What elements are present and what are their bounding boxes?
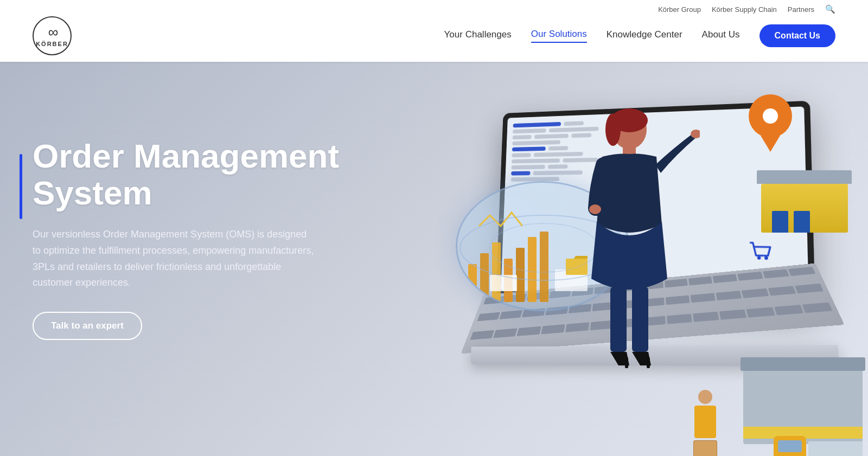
- svg-point-0: [757, 256, 761, 260]
- svg-rect-9: [490, 275, 517, 291]
- svg-point-19: [589, 204, 601, 214]
- pin-tip: [761, 136, 780, 152]
- hero-content: Order Management System Our versionless …: [33, 138, 347, 340]
- svg-point-16: [605, 113, 621, 146]
- svg-rect-23: [647, 357, 650, 368]
- header-top: Körber Group Körber Supply Chain Partner…: [0, 0, 868, 16]
- hero-section: Order Management System Our versionless …: [0, 62, 868, 456]
- truck-body: [808, 441, 863, 456]
- svg-rect-20: [610, 287, 627, 352]
- hero-accent-bar: [20, 154, 22, 219]
- worker-body: [694, 406, 716, 438]
- building-roof: [741, 357, 865, 371]
- location-pin-icon: [749, 94, 792, 149]
- person-illustration: [559, 105, 700, 431]
- svg-rect-4: [492, 242, 501, 302]
- partners-link[interactable]: Partners: [788, 5, 814, 14]
- bottom-building: [743, 368, 863, 444]
- cart-icon: [741, 231, 783, 272]
- svg-rect-6: [516, 248, 525, 302]
- truck-cabin: [774, 436, 806, 456]
- svg-rect-8: [540, 232, 548, 302]
- korber-group-link[interactable]: Körber Group: [658, 5, 701, 14]
- truck-illustration: [774, 436, 863, 456]
- logo-circle: ∞ KÖRBER: [33, 16, 72, 55]
- search-icon[interactable]: 🔍: [825, 4, 835, 14]
- warehouse-illustration: [761, 170, 852, 233]
- worker-illustration: [686, 390, 724, 456]
- svg-rect-22: [625, 357, 628, 368]
- worker-head: [698, 390, 712, 404]
- svg-rect-21: [632, 287, 648, 352]
- contact-us-button[interactable]: Contact Us: [760, 24, 835, 47]
- korber-supply-chain-link[interactable]: Körber Supply Chain: [712, 5, 777, 14]
- pin-hole: [763, 108, 778, 124]
- header-main: ∞ KÖRBER Your Challenges Our Solutions K…: [0, 16, 868, 62]
- warehouse-roof: [757, 170, 852, 184]
- svg-rect-2: [468, 264, 477, 302]
- logo-brand-name: KÖRBER: [36, 41, 68, 47]
- nav-your-challenges[interactable]: Your Challenges: [444, 29, 512, 42]
- svg-rect-3: [480, 253, 489, 302]
- warehouse-box: [761, 184, 848, 233]
- talk-to-expert-button[interactable]: Talk to an expert: [33, 312, 142, 340]
- nav-about-us[interactable]: About Us: [702, 29, 740, 42]
- truck-window: [778, 440, 802, 452]
- svg-rect-7: [528, 237, 537, 302]
- nav-our-solutions[interactable]: Our Solutions: [531, 29, 587, 43]
- hero-description: Our versionless Order Management System …: [33, 227, 315, 291]
- logo-infinity-symbol: ∞: [48, 24, 56, 40]
- nav-knowledge-center[interactable]: Knowledge Center: [607, 29, 682, 42]
- worker-box: [693, 440, 717, 456]
- hero-title: Order Management System: [33, 138, 347, 211]
- main-nav: Your Challenges Our Solutions Knowledge …: [444, 24, 835, 47]
- warehouse-door-2: [794, 211, 810, 233]
- warehouse-door-1: [772, 211, 788, 233]
- header: Körber Group Körber Supply Chain Partner…: [0, 0, 868, 62]
- hero-illustration: [347, 62, 868, 456]
- logo[interactable]: ∞ KÖRBER: [33, 16, 72, 55]
- svg-point-1: [764, 256, 768, 260]
